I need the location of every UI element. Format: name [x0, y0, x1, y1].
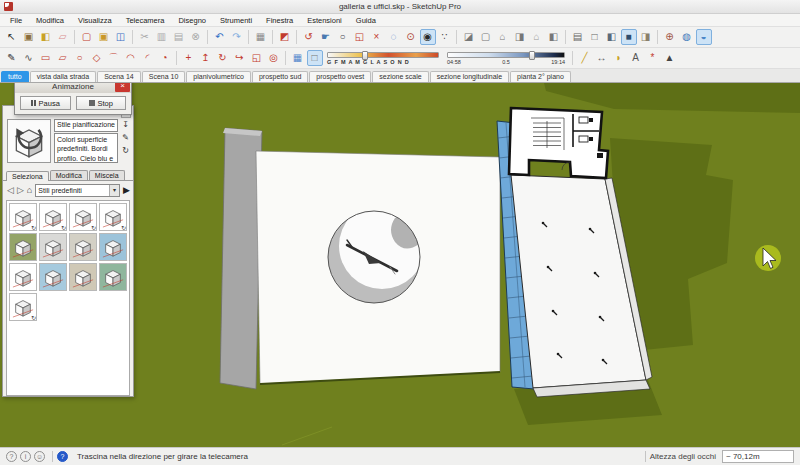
- make-component-tool[interactable]: ▣: [21, 29, 37, 45]
- zoom-tool[interactable]: ○: [335, 29, 351, 45]
- pie-tool[interactable]: ◔: [157, 50, 173, 66]
- copy-button[interactable]: ▥: [154, 29, 170, 45]
- style-thumbnail-10[interactable]: [39, 263, 67, 291]
- style-thumbnail-9[interactable]: [9, 263, 37, 291]
- move-tool[interactable]: +: [181, 50, 197, 66]
- scene-tab-tutto[interactable]: tutto: [1, 71, 29, 82]
- face-style-shaded-textures-button[interactable]: ■: [621, 29, 637, 45]
- date-slider-track[interactable]: [327, 52, 439, 58]
- shadow-date-slider[interactable]: G F M A M G L A S O N D: [327, 52, 439, 65]
- rotate-tool[interactable]: ↻: [215, 50, 231, 66]
- style-thumbnail-3[interactable]: ↻: [69, 203, 97, 231]
- style-thumbnail-1[interactable]: ↻: [9, 203, 37, 231]
- styles-tab-miscela[interactable]: Miscela: [89, 170, 125, 180]
- walk-tool[interactable]: ∵: [437, 29, 453, 45]
- menu-strumenti[interactable]: Strumenti: [213, 16, 259, 25]
- zoom-previous-tool[interactable]: ◌: [386, 29, 402, 45]
- style-thumbnail-5[interactable]: [9, 233, 37, 261]
- offset-tool[interactable]: ◎: [266, 50, 282, 66]
- chevron-down-icon[interactable]: ▾: [109, 185, 119, 196]
- freehand-tool[interactable]: ∿: [21, 50, 37, 66]
- circle-tool[interactable]: ○: [72, 50, 88, 66]
- date-slider-handle[interactable]: [362, 51, 368, 60]
- rotated-rectangle-tool[interactable]: ▱: [55, 50, 71, 66]
- save-file-button[interactable]: ◫: [113, 29, 129, 45]
- eye-height-field[interactable]: ~ 70,12m: [722, 450, 794, 463]
- detail-arrow-icon[interactable]: ▶: [123, 186, 130, 195]
- animation-dialog-titlebar[interactable]: Animazione ×: [15, 83, 131, 93]
- title-bar[interactable]: galleria e uffici.skp - SketchUp Pro: [0, 0, 800, 14]
- help-icon[interactable]: ?: [57, 451, 68, 462]
- view-front-button[interactable]: ⌂: [495, 29, 511, 45]
- protractor-tool[interactable]: ◗: [611, 50, 627, 66]
- scene-tab-scena-10[interactable]: Scena 10: [142, 71, 186, 82]
- shadows-toggle[interactable]: ◍: [679, 29, 695, 45]
- look-around-tool[interactable]: ◉: [420, 29, 436, 45]
- scale-tool[interactable]: ◱: [249, 50, 265, 66]
- styles-dropdown[interactable]: Stili predefiniti ▾: [35, 184, 120, 197]
- face-style-wireframe-button[interactable]: ▤: [570, 29, 586, 45]
- styles-tab-seleziona[interactable]: Seleziona: [6, 171, 49, 181]
- text-tool[interactable]: A: [628, 50, 644, 66]
- stop-button[interactable]: Stop: [76, 96, 127, 110]
- polygon-tool[interactable]: ◇: [89, 50, 105, 66]
- style-name-field[interactable]: Stile pianificazione urbana: [54, 119, 118, 132]
- three-point-arc-tool[interactable]: ◜: [140, 50, 156, 66]
- style-thumbnail-13[interactable]: ↻: [9, 293, 37, 321]
- style-update-icon[interactable]: ↧: [122, 120, 129, 129]
- current-style-preview[interactable]: [7, 119, 51, 163]
- shadow-time-slider[interactable]: 04:58 0.5 19:14: [447, 52, 565, 65]
- view-back-button[interactable]: ⌂: [529, 29, 545, 45]
- view-top-button[interactable]: ▢: [478, 29, 494, 45]
- eraser-tool[interactable]: ▱: [55, 29, 71, 45]
- nav-back-icon[interactable]: ◁: [7, 186, 14, 195]
- view-right-button[interactable]: ◨: [512, 29, 528, 45]
- menu-file[interactable]: File: [3, 16, 29, 25]
- style-thumbnail-11[interactable]: [69, 263, 97, 291]
- menu-modifica[interactable]: Modifica: [29, 16, 71, 25]
- style-create-icon[interactable]: ✎: [122, 133, 129, 142]
- face-style-hidden-line-button[interactable]: □: [587, 29, 603, 45]
- menu-finestra[interactable]: Finestra: [259, 16, 300, 25]
- section-plane-toggle[interactable]: ⊕: [662, 29, 678, 45]
- style-refresh-icon[interactable]: ↻: [122, 146, 129, 155]
- select-tool[interactable]: ↖: [4, 29, 20, 45]
- follow-me-tool[interactable]: ↪: [232, 50, 248, 66]
- model-info-button[interactable]: ◩: [277, 29, 293, 45]
- dimension-tool[interactable]: ↔: [594, 50, 610, 66]
- nav-forward-icon[interactable]: ▷: [17, 186, 24, 195]
- axes-tool[interactable]: *: [645, 50, 661, 66]
- pan-tool[interactable]: ☛: [318, 29, 334, 45]
- scene-tab-scena-14[interactable]: Scena 14: [97, 71, 141, 82]
- scene-tab-prospetto-ovest[interactable]: prospetto ovest: [309, 71, 371, 82]
- geolocation-icon[interactable]: ?: [6, 451, 17, 462]
- print-button[interactable]: ▦: [253, 29, 269, 45]
- paste-button[interactable]: ▤: [171, 29, 187, 45]
- zoom-extents-tool[interactable]: ×: [369, 29, 385, 45]
- scene-tab-pianta-2-piano[interactable]: pianta 2° piano: [510, 71, 571, 82]
- two-point-arc-tool[interactable]: ◠: [123, 50, 139, 66]
- style-thumbnail-7[interactable]: [69, 233, 97, 261]
- style-thumbnail-6[interactable]: [39, 233, 67, 261]
- home-icon[interactable]: ⌂: [27, 186, 32, 195]
- close-icon[interactable]: ×: [115, 83, 130, 92]
- time-slider-handle[interactable]: [529, 51, 535, 60]
- delete-button[interactable]: ⊗: [188, 29, 204, 45]
- style-thumbnail-4[interactable]: ↻: [99, 203, 127, 231]
- time-slider-track[interactable]: [447, 52, 565, 58]
- face-style-monochrome-button[interactable]: ◨: [638, 29, 654, 45]
- open-file-button[interactable]: ▣: [96, 29, 112, 45]
- line-tool[interactable]: ✎: [4, 50, 20, 66]
- redo-button[interactable]: ↷: [229, 29, 245, 45]
- style-thumbnail-2[interactable]: ↻: [39, 203, 67, 231]
- viewport[interactable]: Animazione × Pausa Stop ×: [0, 83, 800, 447]
- style-thumbnail-12[interactable]: [99, 263, 127, 291]
- cut-button[interactable]: ✂: [137, 29, 153, 45]
- face-style-shaded-button[interactable]: ◧: [604, 29, 620, 45]
- zoom-window-tool[interactable]: ◱: [352, 29, 368, 45]
- scene-tab-sezione-scale[interactable]: sezione scale: [372, 71, 428, 82]
- pause-button[interactable]: Pausa: [20, 96, 71, 110]
- new-file-button[interactable]: ▢: [79, 29, 95, 45]
- scene-tab-prospetto-sud[interactable]: prospetto sud: [252, 71, 308, 82]
- menu-estensioni[interactable]: Estensioni: [300, 16, 349, 25]
